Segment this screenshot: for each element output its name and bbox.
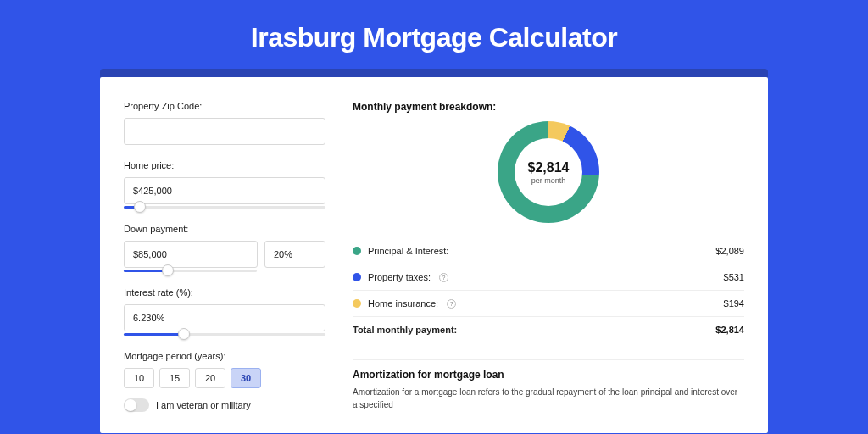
price-slider-knob[interactable] [134,201,146,213]
period-btn-10[interactable]: 10 [124,368,154,388]
legend-row-ins: Home insurance: ? $194 [353,291,744,317]
page-title: Irasburg Mortgage Calculator [0,0,868,69]
calculator-card: Property Zip Code: Home price: Down paym… [100,77,768,433]
legend-label-tax: Property taxes: [368,272,431,282]
rate-slider[interactable] [124,333,326,336]
veteran-toggle-knob [125,399,136,411]
legend-val-total: $2,814 [715,325,744,335]
rate-input[interactable] [124,304,326,331]
legend-label-pi: Principal & Interest: [368,246,448,256]
zip-label: Property Zip Code: [124,101,326,111]
amortization-section: Amortization for mortgage loan Amortizat… [353,359,744,411]
legend-row-pi: Principal & Interest: $2,089 [353,238,744,264]
period-btn-30[interactable]: 30 [231,368,261,388]
veteran-toggle[interactable] [124,398,149,412]
legend-row-total: Total monthly payment: $2,814 [353,317,744,342]
period-btn-20[interactable]: 20 [195,368,225,388]
legend-label-ins: Home insurance: [368,298,438,309]
legend-row-tax: Property taxes: ? $531 [353,264,744,291]
breakdown-column: Monthly payment breakdown: $2,814 per mo… [353,101,744,433]
down-field: Down payment: [124,224,326,272]
legend-dot-pi [353,247,361,255]
down-pct-input[interactable] [264,241,326,268]
donut-ring: $2,814 per month [498,121,599,223]
zip-input[interactable] [124,118,326,145]
info-icon[interactable]: ? [447,299,456,309]
period-options: 10 15 20 30 [124,368,326,388]
legend-val-ins: $194 [724,298,744,309]
rate-label: Interest rate (%): [124,287,326,298]
donut-chart: $2,814 per month [353,121,744,223]
legend: Principal & Interest: $2,089 Property ta… [353,238,744,342]
legend-val-tax: $531 [724,272,744,282]
down-slider[interactable] [124,270,257,272]
period-btn-15[interactable]: 15 [159,368,190,388]
legend-dot-ins [353,299,361,308]
veteran-row: I am veteran or military [124,398,326,412]
rate-field: Interest rate (%): [124,287,326,336]
rate-slider-fill [124,333,184,336]
price-field: Home price: [124,160,326,209]
price-input[interactable] [124,177,326,204]
period-label: Mortgage period (years): [124,351,326,361]
amort-text: Amortization for a mortgage loan refers … [353,386,744,411]
info-icon[interactable]: ? [439,273,448,282]
down-label: Down payment: [124,224,326,234]
donut-sub: per month [531,176,566,185]
down-slider-knob[interactable] [162,264,174,276]
veteran-label: I am veteran or military [156,400,251,410]
donut-value: $2,814 [528,160,570,175]
price-label: Home price: [124,160,326,170]
amort-title: Amortization for mortgage loan [353,359,744,386]
down-amount-input[interactable] [124,241,258,268]
donut-center: $2,814 per month [515,138,582,206]
rate-slider-knob[interactable] [178,328,190,340]
card-wrap: Property Zip Code: Home price: Down paym… [100,69,768,433]
legend-val-pi: $2,089 [715,246,744,256]
price-slider[interactable] [124,206,326,209]
form-column: Property Zip Code: Home price: Down paym… [124,101,326,433]
legend-label-total: Total monthly payment: [353,325,457,335]
legend-dot-tax [353,273,361,281]
breakdown-title: Monthly payment breakdown: [353,101,744,113]
zip-field: Property Zip Code: [124,101,326,145]
period-field: Mortgage period (years): 10 15 20 30 [124,351,326,388]
